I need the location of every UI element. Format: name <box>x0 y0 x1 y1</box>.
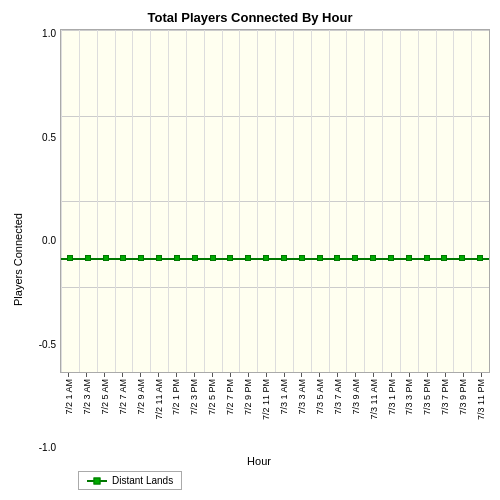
x-tick: 7/3 7 AM <box>329 373 347 453</box>
x-tick-text: 7/3 11 PM <box>476 379 486 420</box>
legend-line <box>87 480 107 482</box>
grid-line-v <box>364 30 365 372</box>
x-tick-text: 7/2 9 PM <box>243 379 253 415</box>
data-point <box>85 255 91 261</box>
x-tick-text: 7/3 1 PM <box>387 379 397 415</box>
x-tick-line <box>104 373 105 377</box>
grid-line-v <box>222 30 223 372</box>
x-tick-line <box>445 373 446 377</box>
chart-area: Players Connected 1.00.50.0-0.5-1.0 7/2 … <box>10 29 490 490</box>
chart-container: Total Players Connected By Hour Players … <box>0 0 500 500</box>
y-axis-label: Players Connected <box>10 29 26 490</box>
legend-dot <box>94 477 101 484</box>
plot-area <box>60 29 490 373</box>
y-tick-label: 0.5 <box>42 133 56 143</box>
chart-title: Total Players Connected By Hour <box>148 10 353 25</box>
x-tick: 7/2 3 PM <box>185 373 203 453</box>
grid-line-v <box>311 30 312 372</box>
x-axis-label: Hour <box>28 455 490 467</box>
x-tick: 7/2 9 PM <box>239 373 257 453</box>
x-tick: 7/2 3 AM <box>78 373 96 453</box>
data-point <box>406 255 412 261</box>
x-tick-text: 7/2 1 PM <box>171 379 181 415</box>
x-tick: 7/2 1 AM <box>60 373 78 453</box>
data-point <box>138 255 144 261</box>
grid-line-v <box>436 30 437 372</box>
x-tick: 7/2 5 PM <box>203 373 221 453</box>
grid-line-v <box>115 30 116 372</box>
plot-and-yaxis: 1.00.50.0-0.5-1.0 7/2 1 AM7/2 3 AM7/2 5 … <box>28 29 490 453</box>
x-tick-line <box>463 373 464 377</box>
x-tick: 7/2 1 PM <box>168 373 186 453</box>
x-tick-text: 7/2 9 AM <box>136 379 146 415</box>
x-tick: 7/3 5 AM <box>311 373 329 453</box>
grid-line-v <box>204 30 205 372</box>
x-tick: 7/2 7 AM <box>114 373 132 453</box>
grid-line-v <box>61 30 62 372</box>
grid-line-v <box>346 30 347 372</box>
x-tick: 7/2 9 AM <box>132 373 150 453</box>
x-axis-ticks: 7/2 1 AM7/2 3 AM7/2 5 AM7/2 7 AM7/2 9 AM… <box>60 373 490 453</box>
data-point <box>424 255 430 261</box>
x-tick-text: 7/2 3 AM <box>82 379 92 415</box>
x-tick-text: 7/3 7 AM <box>333 379 343 415</box>
x-tick: 7/2 11 AM <box>150 373 168 453</box>
x-tick: 7/3 3 AM <box>293 373 311 453</box>
y-tick-label: -1.0 <box>39 443 56 453</box>
y-tick-label: 1.0 <box>42 29 56 39</box>
legend-icon <box>87 480 107 482</box>
grid-line-v <box>382 30 383 372</box>
x-tick: 7/3 9 AM <box>347 373 365 453</box>
x-tick-text: 7/2 11 AM <box>154 379 164 420</box>
data-point <box>317 255 323 261</box>
grid-line-v <box>400 30 401 372</box>
grid-line-v <box>293 30 294 372</box>
grid-line-v <box>186 30 187 372</box>
x-tick: 7/3 5 PM <box>418 373 436 453</box>
x-tick-line <box>176 373 177 377</box>
x-tick-line <box>266 373 267 377</box>
x-tick: 7/3 11 AM <box>365 373 383 453</box>
y-tick-label: 0.0 <box>42 236 56 246</box>
x-tick-line <box>122 373 123 377</box>
data-point <box>103 255 109 261</box>
x-tick-line <box>68 373 69 377</box>
x-tick-text: 7/2 5 AM <box>100 379 110 415</box>
data-point <box>210 255 216 261</box>
grid-line-v <box>418 30 419 372</box>
plot-area-wrapper: 7/2 1 AM7/2 3 AM7/2 5 AM7/2 7 AM7/2 9 AM… <box>60 29 490 453</box>
x-tick: 7/3 3 PM <box>401 373 419 453</box>
y-tick-label: -0.5 <box>39 340 56 350</box>
data-point <box>245 255 251 261</box>
grid-line-v <box>150 30 151 372</box>
x-tick-text: 7/2 11 PM <box>261 379 271 420</box>
x-tick: 7/3 11 PM <box>472 373 490 453</box>
chart-legend: Distant Lands <box>78 471 182 490</box>
x-tick-line <box>140 373 141 377</box>
grid-line-v <box>257 30 258 372</box>
data-point <box>156 255 162 261</box>
data-point <box>352 255 358 261</box>
x-tick-line <box>409 373 410 377</box>
grid-line-v <box>329 30 330 372</box>
x-tick-line <box>391 373 392 377</box>
x-tick: 7/3 7 PM <box>436 373 454 453</box>
x-tick-text: 7/2 5 PM <box>207 379 217 415</box>
x-tick: 7/2 11 PM <box>257 373 275 453</box>
x-tick-line <box>158 373 159 377</box>
data-point <box>441 255 447 261</box>
y-ticks: 1.00.50.0-0.5-1.0 <box>28 29 60 453</box>
x-tick-text: 7/2 1 AM <box>64 379 74 415</box>
data-point <box>192 255 198 261</box>
x-tick: 7/3 1 AM <box>275 373 293 453</box>
x-tick-text: 7/3 11 AM <box>369 379 379 420</box>
x-tick-text: 7/3 3 AM <box>297 379 307 415</box>
x-tick-line <box>248 373 249 377</box>
data-point <box>334 255 340 261</box>
chart-inner: 1.00.50.0-0.5-1.0 7/2 1 AM7/2 3 AM7/2 5 … <box>28 29 490 490</box>
data-point <box>227 255 233 261</box>
x-tick-text: 7/3 5 AM <box>315 379 325 415</box>
x-tick-line <box>337 373 338 377</box>
x-tick-text: 7/3 1 AM <box>279 379 289 415</box>
data-point <box>263 255 269 261</box>
